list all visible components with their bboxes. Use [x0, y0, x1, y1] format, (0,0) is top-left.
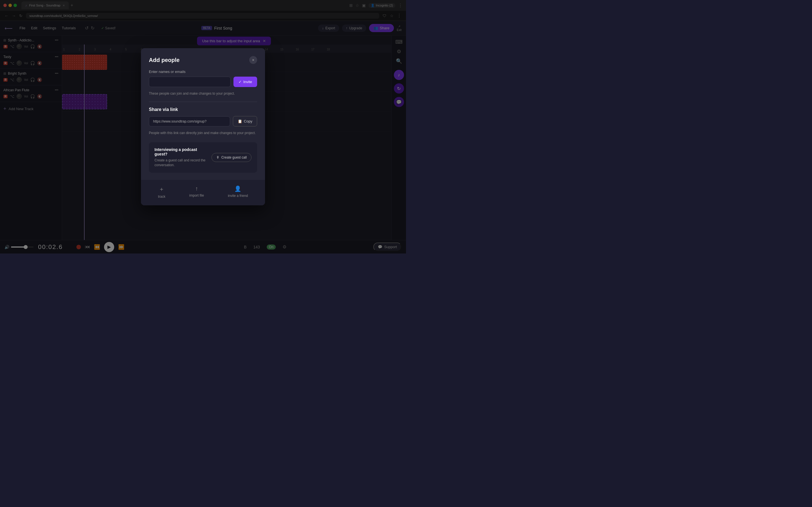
copy-icon: 📋	[238, 119, 242, 123]
invite-button[interactable]: ✓ Invite	[234, 76, 257, 87]
microphone-icon: 🎙	[216, 156, 220, 159]
podcast-text: Interviewing a podcast guest? Create a g…	[154, 147, 207, 168]
add-track-bottom-label: track	[158, 194, 165, 199]
modal-body: Enter names or emails ✓ Invite These peo…	[141, 64, 265, 178]
invite-friend-action[interactable]: 👤 invite a friend	[228, 185, 248, 199]
share-modal: Add people × Enter names or emails ✓ Inv…	[141, 48, 265, 205]
modal-bottom-section: ＋ track ↑ import file 👤 invite a friend	[141, 179, 265, 205]
copy-link-button[interactable]: 📋 Copy	[233, 116, 257, 126]
add-track-icon: ＋	[159, 185, 164, 193]
share-link-row: 📋 Copy	[149, 116, 257, 126]
modal-overlay[interactable]: Add people × Enter names or emails ✓ Inv…	[0, 0, 406, 253]
podcast-section: Interviewing a podcast guest? Create a g…	[149, 142, 257, 173]
invite-label-text: Invite	[243, 80, 252, 84]
invite-check-icon: ✓	[239, 80, 242, 84]
close-icon: ×	[252, 58, 254, 62]
modal-divider	[149, 102, 257, 102]
invite-helper: These people can join and make changes t…	[149, 91, 257, 96]
guest-call-label: Create guest call	[221, 156, 247, 159]
share-link-label: Share via link	[149, 107, 257, 112]
modal-close-button[interactable]: ×	[249, 56, 257, 64]
create-guest-call-button[interactable]: 🎙 Create guest call	[211, 153, 252, 162]
invite-friend-icon: 👤	[234, 185, 241, 192]
share-link-helper: People with this link can directly join …	[149, 130, 257, 135]
podcast-description: Create a guest call and record the conve…	[154, 158, 207, 168]
invite-label: Enter names or emails	[149, 69, 257, 74]
import-file-label: import file	[189, 193, 204, 198]
invite-input[interactable]	[149, 76, 231, 87]
podcast-title: Interviewing a podcast guest?	[154, 147, 207, 156]
invite-form-row: ✓ Invite	[149, 76, 257, 87]
import-file-icon: ↑	[195, 185, 198, 192]
share-link-input[interactable]	[149, 116, 230, 126]
import-file-action[interactable]: ↑ import file	[189, 185, 204, 199]
copy-label: Copy	[244, 119, 252, 123]
modal-header: Add people ×	[141, 48, 265, 64]
add-track-bottom-action[interactable]: ＋ track	[158, 185, 165, 199]
invite-friend-label: invite a friend	[228, 194, 248, 198]
modal-title: Add people	[149, 57, 180, 63]
